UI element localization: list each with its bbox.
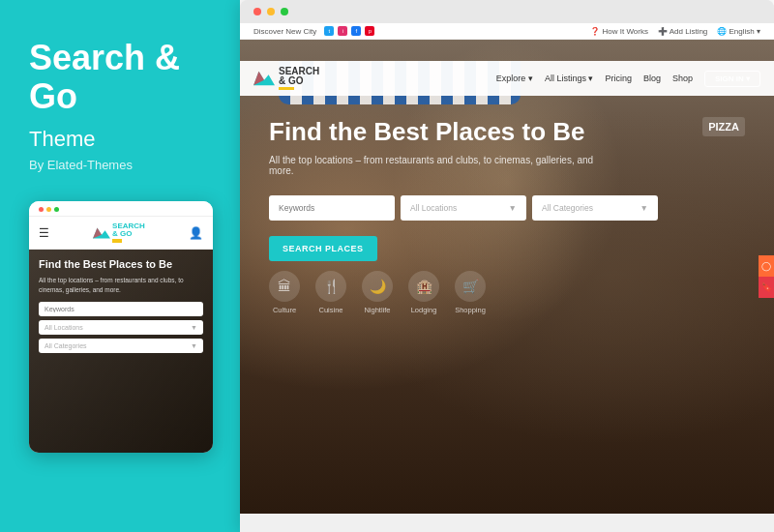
mobile-categories-select[interactable]: All Categories ▼ — [39, 339, 203, 353]
side-btn-orange[interactable]: ◯ — [759, 255, 774, 277]
search-places-button[interactable]: SEARCH PLACES — [269, 236, 377, 261]
hero-subtitle: All the top locations – from restaurants… — [269, 155, 598, 176]
mobile-logo-name: SEARCH& GO — [112, 222, 145, 238]
mobile-chevron-icon: ▼ — [191, 324, 197, 331]
mobile-chevron-icon-2: ▼ — [191, 342, 197, 349]
mobile-logo-icon — [93, 224, 110, 242]
pinterest-icon[interactable]: p — [365, 26, 374, 36]
hamburger-icon[interactable]: ☰ — [39, 226, 49, 240]
nav-shop[interactable]: Shop — [672, 74, 693, 83]
side-buttons: ◯ 🔖 — [759, 255, 774, 298]
culture-label: Culture — [273, 306, 296, 314]
user-icon[interactable]: 👤 — [189, 226, 203, 240]
category-cuisine[interactable]: 🍴 Cuisine — [315, 271, 346, 314]
category-lodging[interactable]: 🏨 Lodging — [408, 271, 439, 314]
category-shopping[interactable]: 🛒 Shopping — [455, 271, 486, 314]
categories-chevron-icon: ▼ — [640, 203, 648, 213]
site-nav-links: Explore ▾ All Listings ▾ Pricing Blog Sh… — [496, 71, 760, 87]
signin-button[interactable]: SIGN IN ▾ — [704, 71, 760, 87]
mobile-hero-subtitle: All the top locations – from restaurants… — [39, 276, 203, 293]
how-it-works-link[interactable]: ❓ How It Works — [590, 27, 648, 36]
cuisine-label: Cuisine — [318, 306, 342, 314]
mobile-mockup: ☰ SEARCH& GO 👤 Find the Best Places to B… — [29, 201, 213, 453]
discover-text: Discover New City — [253, 27, 316, 36]
mobile-logo-text-wrap: SEARCH& GO — [112, 222, 145, 243]
facebook-icon[interactable]: f — [351, 26, 361, 36]
site-logo-svg — [253, 68, 275, 89]
browser-content: Discover New City t i f p ❓ How It Works… — [240, 23, 774, 532]
mobile-dot-red — [39, 207, 44, 212]
site-hero: PIZZA ◯ 🔖 SEARCH& GO — [240, 40, 774, 514]
cuisine-icon: 🍴 — [315, 271, 346, 302]
author-label: By Elated-Themes — [29, 158, 133, 172]
main-title: Search & Go — [29, 39, 180, 115]
mobile-keywords-input[interactable] — [39, 302, 203, 316]
category-nightlife[interactable]: 🌙 Nightlife — [362, 271, 393, 314]
hero-categories: 🏛 Culture 🍴 Cuisine 🌙 Nightlife 🏨 Lodgin… — [269, 271, 745, 314]
site-topbar: Discover New City t i f p ❓ How It Works… — [240, 23, 774, 40]
browser-mockup: Discover New City t i f p ❓ How It Works… — [240, 0, 774, 532]
topbar-right: ❓ How It Works ➕ Add Listing 🌐 English ▾ — [590, 27, 760, 36]
mobile-logo: SEARCH& GO — [93, 222, 145, 243]
hero-title: Find the Best Places to Be — [269, 117, 745, 147]
mobile-logo-yellow-bar — [112, 239, 122, 243]
shopping-label: Shopping — [455, 306, 486, 314]
left-panel: Search & Go Theme By Elated-Themes ☰ — [0, 0, 240, 532]
nav-all-listings[interactable]: All Listings ▾ — [545, 74, 594, 83]
site-logo-name: SEARCH& GO — [279, 67, 319, 86]
browser-bar — [240, 0, 774, 23]
mobile-categories-label: All Categories — [45, 342, 87, 349]
browser-dot-red — [253, 8, 261, 15]
locations-chevron-icon: ▼ — [509, 203, 517, 213]
instagram-icon[interactable]: i — [338, 26, 347, 36]
nav-explore[interactable]: Explore ▾ — [496, 74, 533, 83]
mobile-nav-bar: ☰ SEARCH& GO 👤 — [29, 217, 213, 250]
theme-subtitle: Theme — [29, 127, 95, 152]
shopping-icon: 🛒 — [455, 271, 486, 302]
mobile-dot-green — [54, 207, 59, 212]
locations-select[interactable]: All Locations ▼ — [401, 195, 526, 221]
language-select[interactable]: 🌐 English ▾ — [717, 27, 760, 36]
site-logo-text-wrap: SEARCH& GO — [279, 67, 319, 90]
lodging-label: Lodging — [411, 306, 437, 314]
culture-icon: 🏛 — [269, 271, 300, 302]
social-icons: t i f p — [324, 26, 374, 36]
nav-pricing[interactable]: Pricing — [605, 74, 632, 83]
hero-search-bar: All Locations ▼ All Categories ▼ — [269, 195, 745, 221]
side-btn-red[interactable]: 🔖 — [759, 277, 774, 298]
locations-placeholder: All Locations — [410, 203, 457, 213]
mobile-locations-select[interactable]: All Locations ▼ — [39, 320, 203, 335]
mobile-hero: Find the Best Places to Be All the top l… — [29, 250, 213, 453]
site-logo-bar — [279, 87, 294, 90]
mobile-dot-yellow — [46, 207, 51, 212]
site-main-nav: SEARCH& GO Explore ▾ All Listings ▾ Pric… — [240, 61, 774, 96]
lodging-icon: 🏨 — [408, 271, 439, 302]
mobile-hero-title: Find the Best Places to Be — [39, 257, 203, 271]
site-logo: SEARCH& GO — [253, 67, 319, 90]
mobile-dots — [39, 207, 59, 212]
twitter-icon[interactable]: t — [324, 26, 334, 36]
category-culture[interactable]: 🏛 Culture — [269, 271, 300, 314]
categories-placeholder: All Categories — [542, 203, 593, 213]
topbar-left: Discover New City t i f p — [253, 26, 374, 36]
mobile-locations-label: All Locations — [45, 324, 83, 331]
nightlife-icon: 🌙 — [362, 271, 393, 302]
add-listing-link[interactable]: ➕ Add Listing — [658, 27, 707, 36]
categories-select[interactable]: All Categories ▼ — [532, 195, 658, 221]
nav-blog[interactable]: Blog — [643, 74, 661, 83]
mobile-dots-bar — [29, 201, 213, 217]
browser-dot-green — [281, 8, 288, 15]
keywords-input[interactable] — [269, 195, 395, 221]
nightlife-label: Nightlife — [364, 306, 390, 314]
browser-dot-yellow — [267, 8, 275, 15]
